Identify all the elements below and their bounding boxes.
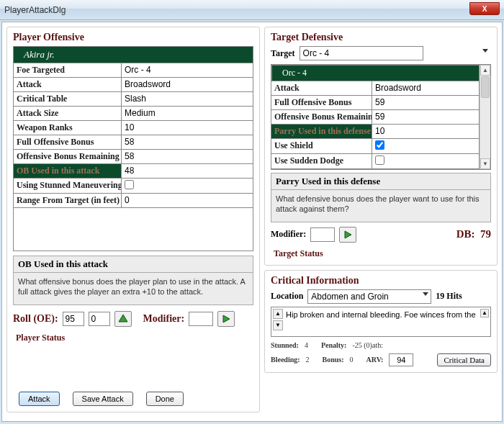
player-offensive-group: Player Offensive Akira jr. Foe TargetedO…: [6, 27, 260, 412]
scroll-down-icon[interactable]: ▼: [480, 158, 490, 169]
row-label: Parry Used in this defense: [271, 125, 372, 138]
critical-data-button[interactable]: Critical Data: [437, 353, 491, 366]
db-value: 79: [480, 228, 491, 240]
row-value[interactable]: 0: [122, 194, 253, 207]
penalty-value: -25 (0)ath:: [352, 341, 383, 349]
defensive-apply-button[interactable]: [339, 227, 356, 243]
stunned-label: Stunned:: [271, 341, 299, 349]
scroll-thumb[interactable]: [481, 76, 490, 98]
arv-input[interactable]: [389, 353, 413, 366]
defensive-help-title: Parry Used in this defense: [271, 173, 490, 190]
critical-description-box: ▲ ▼ Hip broken and internal bleeding. Fo…: [271, 307, 491, 337]
offensive-button-row: Attack Save Attack Done: [13, 384, 253, 406]
right-pane: Target Defensive Target Orc - 4 AttackBr…: [264, 27, 498, 417]
target-defensive-group: Target Defensive Target Orc - 4 AttackBr…: [264, 27, 498, 266]
row-label: Weapon Ranks: [14, 121, 122, 135]
defensive-scrollbox: Orc - 4 AttackBroadswordFull Offensive B…: [271, 64, 491, 170]
row-value[interactable]: 59: [372, 96, 479, 109]
row-value[interactable]: 10: [372, 125, 479, 138]
target-select[interactable]: [300, 46, 423, 60]
player-status-label: Player Status: [13, 333, 253, 343]
table-row[interactable]: Parry Used in this defense10: [271, 125, 479, 139]
text-scroll-up-r[interactable]: ▲: [480, 309, 489, 317]
row-value[interactable]: [372, 154, 479, 168]
row-value[interactable]: Slash: [122, 92, 253, 106]
scroll-up-icon[interactable]: ▲: [480, 65, 490, 76]
roll-dice-button[interactable]: [114, 311, 132, 327]
checkbox[interactable]: [125, 180, 134, 189]
row-value[interactable]: Broadsword: [122, 78, 253, 91]
roll-row: Roll (OE): Modifier:: [13, 311, 253, 327]
row-value[interactable]: Broadsword: [372, 81, 479, 95]
bleeding-value: 2: [306, 356, 310, 364]
table-row[interactable]: Full Offensive Bonus59: [271, 96, 479, 110]
crit-stats-row2: Bleeding: 2 Bonus: 0 ARV: Critical Data: [271, 353, 491, 366]
row-label: Attack: [271, 81, 372, 95]
row-label: Foe Targeted: [14, 63, 122, 77]
location-label: Location: [271, 291, 303, 302]
row-label: Full Offensive Bonus: [14, 135, 122, 149]
arv-label: ARV:: [366, 356, 384, 364]
row-label: Attack Size: [14, 107, 122, 120]
roll-label: Roll (OE):: [13, 313, 58, 325]
table-row[interactable]: Use Sudden Dodge: [271, 154, 479, 168]
done-button[interactable]: Done: [146, 392, 184, 406]
target-row: Target: [271, 46, 491, 60]
table-row[interactable]: Range From Target (in feet)0: [14, 194, 253, 207]
table-row[interactable]: Critical TableSlash: [14, 92, 253, 107]
modifier-label: Modifier:: [143, 313, 185, 325]
row-value[interactable]: 10: [122, 121, 253, 135]
row-value[interactable]: 58: [122, 150, 253, 163]
checkbox[interactable]: [375, 155, 384, 165]
table-row[interactable]: Offensive Bonus Remaining58: [14, 150, 253, 164]
roll-input-b[interactable]: [89, 312, 110, 326]
table-row[interactable]: Foe TargetedOrc - 4: [14, 63, 253, 78]
close-icon: X: [482, 5, 487, 13]
window-title: PlayerAttackDlg: [4, 5, 66, 15]
text-scroll-up[interactable]: ▲: [273, 309, 283, 319]
roll-input-a[interactable]: [63, 312, 84, 326]
row-value[interactable]: [372, 139, 479, 153]
row-value[interactable]: [122, 179, 253, 193]
titlebar: PlayerAttackDlg X: [0, 0, 504, 20]
crit-stats-row1: Stunned: 4 Penalty: -25 (0)ath:: [271, 341, 491, 349]
defensive-scrollbar[interactable]: ▲ ▼: [480, 65, 490, 169]
checkbox[interactable]: [375, 140, 384, 150]
text-scroll-down[interactable]: ▼: [273, 320, 283, 330]
row-value[interactable]: 48: [122, 164, 253, 178]
offensive-apply-button[interactable]: [217, 311, 235, 327]
defensive-modifier-input[interactable]: [310, 227, 335, 242]
table-row[interactable]: OB Used in this attack48: [14, 164, 253, 179]
table-row[interactable]: AttackBroadsword: [271, 81, 479, 96]
offensive-modifier-input[interactable]: [189, 312, 213, 326]
row-label: Range From Target (in feet): [14, 194, 122, 207]
table-row[interactable]: AttackBroadsword: [14, 78, 253, 92]
bonus-label: Bonus:: [323, 356, 344, 364]
offensive-grid: Foe TargetedOrc - 4AttackBroadswordCriti…: [13, 63, 253, 208]
table-row[interactable]: Attack SizeMedium: [14, 107, 253, 121]
table-row[interactable]: Full Offensive Bonus58: [14, 135, 253, 150]
left-pane: Player Offensive Akira jr. Foe TargetedO…: [6, 27, 260, 417]
row-value[interactable]: 59: [372, 110, 479, 124]
row-label: Attack: [14, 78, 122, 91]
row-value[interactable]: Medium: [122, 107, 253, 120]
table-row[interactable]: Offensive Bonus Remaining59: [271, 110, 479, 125]
defensive-title: Target Defensive: [271, 32, 491, 43]
close-button[interactable]: X: [469, 2, 500, 15]
table-row[interactable]: Weapon Ranks10: [14, 121, 253, 135]
row-value[interactable]: 58: [122, 135, 253, 149]
bleeding-label: Bleeding:: [271, 356, 300, 364]
critical-title: Critical Information: [271, 275, 491, 287]
location-select[interactable]: [307, 289, 431, 304]
row-value[interactable]: Orc - 4: [122, 63, 253, 77]
row-label: Use Sudden Dodge: [271, 154, 372, 168]
target-label: Target: [271, 48, 295, 59]
table-row[interactable]: Use Shield: [271, 139, 479, 154]
attack-button[interactable]: Attack: [19, 392, 60, 406]
defensive-modifier-row: Modifier: DB: 79: [271, 227, 491, 243]
offensive-character-header: Akira jr.: [13, 46, 253, 63]
defensive-modifier-label: Modifier:: [271, 229, 306, 240]
save-attack-button[interactable]: Save Attack: [73, 392, 133, 406]
table-row[interactable]: Using Stunned Maneuvering: [14, 179, 253, 194]
dialog-body: Player Offensive Akira jr. Foe TargetedO…: [1, 22, 503, 422]
